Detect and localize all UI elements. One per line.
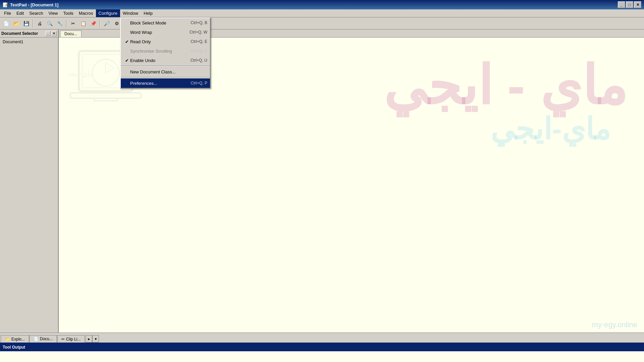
tb-open[interactable]: 📂 <box>11 19 21 28</box>
tool-output-header: Tool Output <box>0 343 644 351</box>
preferences-shortcut: Ctrl+Q, P <box>191 81 207 85</box>
close-button[interactable]: ✕ <box>634 1 641 8</box>
clip-icon: ✂ <box>61 337 65 342</box>
explorer-icon: 📁 <box>5 337 10 342</box>
menu-item-new-doc-class[interactable]: New Document Class... <box>121 67 210 76</box>
tb-save[interactable]: 💾 <box>21 19 31 28</box>
main-layout: Document Selector _ ✕ Document1 Docu... <box>0 29 644 333</box>
tb-print[interactable]: 🖨 <box>35 19 44 28</box>
menu-view[interactable]: View <box>46 9 61 17</box>
dropdown-separator-1 <box>121 66 210 66</box>
tabs-scroll-right[interactable]: ► <box>86 335 92 343</box>
sync-scrolling-shortcut: Ctrl+Q, Y <box>191 49 207 53</box>
dropdown-separator-2 <box>121 77 210 78</box>
doc-list: Document1 <box>0 38 58 46</box>
doc-selector-panel: Document Selector _ ✕ Document1 <box>0 29 59 333</box>
menu-bar: File Edit Search View Tools Macros Confi… <box>0 9 644 17</box>
menu-tools[interactable]: Tools <box>61 9 76 17</box>
maximize-button[interactable]: □ <box>626 1 633 8</box>
menu-item-block-select[interactable]: Block Select Mode Ctrl+Q, B <box>121 18 210 27</box>
word-wrap-shortcut: Ctrl+Q, W <box>190 30 207 35</box>
block-select-label: Block Select Mode <box>130 20 188 25</box>
title-bar: 📝 TextPad - [Document 1] _ □ ✕ <box>0 0 644 9</box>
arabic-watermark-small: ماي-ايجي <box>490 111 610 146</box>
tb-sep3 <box>100 19 100 27</box>
menu-item-read-only[interactable]: ✔ Read Only Ctrl+Q, E <box>121 37 210 46</box>
word-wrap-label: Word Wrap <box>130 30 187 35</box>
read-only-label: Read Only <box>130 39 188 44</box>
tb-sep2 <box>66 19 67 27</box>
sync-scrolling-label: Synchronise Scrolling <box>130 49 188 54</box>
tb-paste[interactable]: 📌 <box>89 19 98 28</box>
menu-item-preferences[interactable]: Preferences... Ctrl+Q, P <box>121 78 210 88</box>
arabic-watermark-large: ماي - ايجي <box>383 54 627 117</box>
title-bar-left: 📝 TextPad - [Document 1] <box>3 2 58 7</box>
menu-item-sync-scrolling: Synchronise Scrolling Ctrl+Q, Y <box>121 46 210 56</box>
enable-undo-check: ✔ <box>123 58 130 63</box>
tabs-scroll-menu[interactable]: ▼ <box>92 335 99 343</box>
tb-new[interactable]: 📄 <box>1 19 11 28</box>
menu-file[interactable]: File <box>1 9 14 17</box>
url-watermark: my-egy.online <box>592 320 637 329</box>
minimize-button[interactable]: _ <box>618 1 625 8</box>
doc-selector-title: Document Selector <box>1 31 38 36</box>
svg-rect-4 <box>70 93 141 98</box>
tb-find[interactable]: 🔎 <box>102 19 111 28</box>
tb-preview[interactable]: 🔍 <box>45 19 54 28</box>
title-bar-controls: _ □ ✕ <box>618 1 641 8</box>
doc-tab-document1[interactable]: Docu... <box>60 31 82 37</box>
enable-undo-shortcut: Ctrl+Q, U <box>191 58 207 63</box>
tb-tools[interactable]: 🔧 <box>55 19 64 28</box>
read-only-check: ✔ <box>123 39 130 44</box>
tb-copy[interactable]: 📋 <box>78 19 88 28</box>
title-text: TextPad - [Document 1] <box>10 2 58 7</box>
menu-help[interactable]: Help <box>141 9 155 17</box>
menu-item-enable-undo[interactable]: ✔ Enable Undo Ctrl+Q, U <box>121 56 210 65</box>
tab-documents[interactable]: 📄 Docu... <box>29 335 57 343</box>
bottom-tab-bar: 📁 Explo... 📄 Docu... ✂ Clip Li... ► ▼ <box>0 333 644 343</box>
toolbar: 📄 📂 💾 🖨 🔍 🔧 ✂ 📋 📌 🔎 ⚙ ● ▪ ▶ ▼ <box>0 17 644 29</box>
doc-selector-close[interactable]: ✕ <box>51 31 57 36</box>
doc-icon: 📄 <box>34 337 39 341</box>
doc-selector-controls: _ ✕ <box>45 31 57 36</box>
menu-configure[interactable]: Configure <box>96 9 120 17</box>
menu-item-word-wrap[interactable]: Word Wrap Ctrl+Q, W <box>121 27 210 37</box>
app-icon: 📝 <box>3 2 8 7</box>
menu-edit[interactable]: Edit <box>14 9 26 17</box>
preferences-label: Preferences... <box>130 81 188 86</box>
configure-dropdown: Block Select Mode Ctrl+Q, B Word Wrap Ct… <box>120 17 211 88</box>
doc-selector-minimize[interactable]: _ <box>45 31 51 36</box>
tb-cut[interactable]: ✂ <box>68 19 78 28</box>
tool-output-title: Tool Output <box>3 345 25 350</box>
new-doc-class-label: New Document Class... <box>130 69 205 74</box>
tb-sep1 <box>33 19 33 27</box>
doc-selector-header: Document Selector _ ✕ <box>0 29 58 38</box>
block-select-shortcut: Ctrl+Q, B <box>191 20 207 25</box>
menu-search[interactable]: Search <box>26 9 46 17</box>
enable-undo-label: Enable Undo <box>130 58 188 63</box>
tool-output-panel: Tool Output <box>0 343 644 362</box>
tab-explorer[interactable]: 📁 Explo... <box>1 335 29 343</box>
tool-output-content <box>0 351 644 362</box>
read-only-shortcut: Ctrl+Q, E <box>191 39 207 44</box>
menu-window[interactable]: Window <box>120 9 141 17</box>
tab-cliplib[interactable]: ✂ Clip Li... <box>57 335 85 343</box>
svg-text:ماي-ايجي: ماي-ايجي <box>69 69 94 78</box>
svg-rect-5 <box>94 98 117 101</box>
svg-point-2 <box>92 59 119 86</box>
doc-list-item[interactable]: Document1 <box>1 39 57 45</box>
menu-macros[interactable]: Macros <box>76 9 96 17</box>
